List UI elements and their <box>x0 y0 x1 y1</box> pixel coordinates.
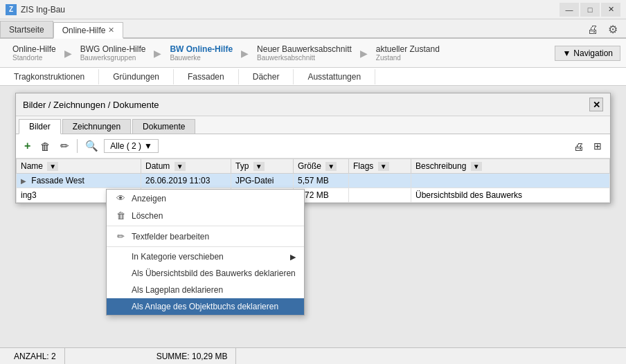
sort-groesse-button[interactable]: ▼ <box>325 162 337 171</box>
app-icon: Z <box>6 4 17 15</box>
cell-beschreibung <box>411 174 610 188</box>
sort-datum-button[interactable]: ▼ <box>175 162 186 171</box>
nav-row: Tragkonstruktionen Gründungen Fassaden D… <box>0 68 626 86</box>
col-beschreibung: Beschreibung ▼ <box>411 159 610 174</box>
cell-flags <box>349 174 411 188</box>
breadcrumb-arrow-2: ▶ <box>152 48 163 59</box>
col-datum: Datum ▼ <box>141 159 231 174</box>
file-table: Name ▼ Datum ▼ Typ ▼ Größe <box>16 158 610 203</box>
col-name: Name ▼ <box>17 159 141 174</box>
status-sum: SUMME: 10,29 MB <box>148 348 237 364</box>
breadcrumb-zustand[interactable]: aktueller Zustand Zustand <box>369 43 447 63</box>
grid-button[interactable]: ⊞ <box>589 138 606 154</box>
ctx-separator-2 <box>107 246 304 247</box>
main-content: Bilder / Zeichnungen / Dokumente ✕ Bilde… <box>0 86 626 364</box>
print-icon[interactable]: 🖨 <box>584 22 601 37</box>
nav-daecher[interactable]: Dächer <box>239 69 294 84</box>
breadcrumb-neuer[interactable]: Neuer Bauwerksabschnitt Bauwerksabschnit… <box>250 43 359 63</box>
sort-name-button[interactable]: ▼ <box>47 162 58 171</box>
breadcrumb-bw[interactable]: BW Online-Hilfe Bauwerke <box>163 43 240 63</box>
file-toolbar: + 🗑 ✏ 🔍 Alle ( 2 ) ▼ 🖨 ⊞ <box>16 134 610 158</box>
navigation-button[interactable]: ▼ Navigation <box>555 46 620 61</box>
ctx-loeschen[interactable]: 🗑 Löschen <box>107 207 304 224</box>
ctx-anlage[interactable]: Als Anlage des Objektbuchs deklarieren <box>107 298 304 315</box>
title-bar-text: ZIS Ing-Bau <box>21 5 560 15</box>
sort-beschreibung-button[interactable]: ▼ <box>471 162 482 171</box>
nav-ausstattungen[interactable]: Ausstattungen <box>294 69 375 84</box>
toolbar-separator-1 <box>77 139 78 153</box>
tab-online-hilfe[interactable]: Online-Hilfe ✕ <box>53 22 124 39</box>
file-table-container: Name ▼ Datum ▼ Typ ▼ Größe <box>16 158 610 203</box>
breadcrumb-arrow-1: ▶ <box>63 48 73 59</box>
textfelder-icon: ✏ <box>115 231 126 242</box>
col-groesse: Größe ▼ <box>294 159 349 174</box>
ctx-kategorie[interactable]: In Kategorie verschieben ▶ <box>107 248 304 265</box>
sort-typ-button[interactable]: ▼ <box>253 162 265 171</box>
tab-close-icon[interactable]: ✕ <box>108 26 114 35</box>
dialog: Bilder / Zeichnungen / Dokumente ✕ Bilde… <box>15 93 611 203</box>
dialog-close-button[interactable]: ✕ <box>589 98 603 111</box>
submenu-arrow-icon: ▶ <box>290 253 296 262</box>
ctx-uebersicht[interactable]: Als Übersichtsbild des Bauwerks deklarie… <box>107 265 304 282</box>
title-bar-controls: — □ ✕ <box>560 3 620 17</box>
settings-icon[interactable]: ⚙ <box>605 21 620 37</box>
tab-dokumente[interactable]: Dokumente <box>132 119 195 134</box>
print-file-button[interactable]: 🖨 <box>569 138 588 155</box>
nav-tragkonstruktionen[interactable]: Tragkonstruktionen <box>0 69 99 84</box>
cell-beschreibung: Übersichtsbild des Bauwerks <box>411 188 610 203</box>
tab-bilder[interactable]: Bilder <box>19 119 61 134</box>
col-typ: Typ ▼ <box>231 159 294 174</box>
ctx-lageplan[interactable]: Als Lageplan deklarieren <box>107 282 304 298</box>
tab-startseite[interactable]: Startseite <box>0 21 53 37</box>
inner-tabs: Bilder Zeichnungen Dokumente <box>16 116 610 134</box>
ctx-textfelder[interactable]: ✏ Textfelder bearbeiten <box>107 228 304 245</box>
nav-dropdown-icon: ▼ <box>562 48 571 58</box>
anzeigen-icon: 👁 <box>115 193 126 203</box>
status-extra <box>236 348 620 364</box>
tab-zeichnungen[interactable]: Zeichnungen <box>62 119 131 134</box>
search-button[interactable]: 🔍 <box>81 137 102 155</box>
breadcrumb-arrow-3: ▶ <box>240 48 250 59</box>
breadcrumb-online-hilfe[interactable]: Online-Hilfe Standorte <box>6 43 63 63</box>
ctx-separator-1 <box>107 226 304 226</box>
status-count: ANZAHL: 2 <box>6 348 65 364</box>
nav-gruendungen[interactable]: Gründungen <box>99 69 174 84</box>
main-tab-bar: Startseite Online-Hilfe ✕ 🖨 ⚙ <box>0 19 626 39</box>
ctx-anzeigen[interactable]: 👁 Anzeigen <box>107 190 304 207</box>
cell-name: ▶ Fassade West <box>17 174 141 188</box>
delete-button[interactable]: 🗑 <box>36 138 55 155</box>
cell-datum: 26.06.2019 11:03 <box>141 174 231 188</box>
close-button[interactable]: ✕ <box>601 3 620 17</box>
sort-flags-button[interactable]: ▼ <box>378 162 389 171</box>
title-bar: Z ZIS Ing-Bau — □ ✕ <box>0 0 626 19</box>
minimize-button[interactable]: — <box>560 3 579 17</box>
context-menu: 👁 Anzeigen 🗑 Löschen ✏ Textfelder bearbe… <box>106 189 305 316</box>
breadcrumb-bwg[interactable]: BWG Online-Hilfe Bauwerksgruppen <box>73 43 153 63</box>
col-flags: Flags ▼ <box>349 159 411 174</box>
breadcrumb-bar: Online-Hilfe Standorte ▶ BWG Online-Hilf… <box>0 39 626 68</box>
cell-typ: JPG-Datei <box>231 174 294 188</box>
table-row[interactable]: ▶ Fassade West 26.06.2019 11:03 JPG-Date… <box>17 174 610 188</box>
edit-button[interactable]: ✏ <box>56 137 73 155</box>
nav-fassaden[interactable]: Fassaden <box>174 69 239 84</box>
maximize-button[interactable]: □ <box>580 3 600 17</box>
row-expand-icon: ▶ <box>21 177 26 185</box>
right-icons: 🖨 ⚙ <box>584 21 626 37</box>
cell-groesse: 5,57 MB <box>294 174 349 188</box>
cell-flags <box>349 188 411 203</box>
dialog-title: Bilder / Zeichnungen / Dokumente ✕ <box>16 93 610 116</box>
add-button[interactable]: + <box>20 137 35 155</box>
filter-dropdown[interactable]: Alle ( 2 ) ▼ <box>104 139 159 153</box>
status-bar: ANZAHL: 2 SUMME: 10,29 MB <box>0 347 626 364</box>
breadcrumb-arrow-4: ▶ <box>359 48 369 59</box>
dropdown-arrow-icon: ▼ <box>144 141 152 151</box>
loeschen-icon: 🗑 <box>115 210 126 221</box>
